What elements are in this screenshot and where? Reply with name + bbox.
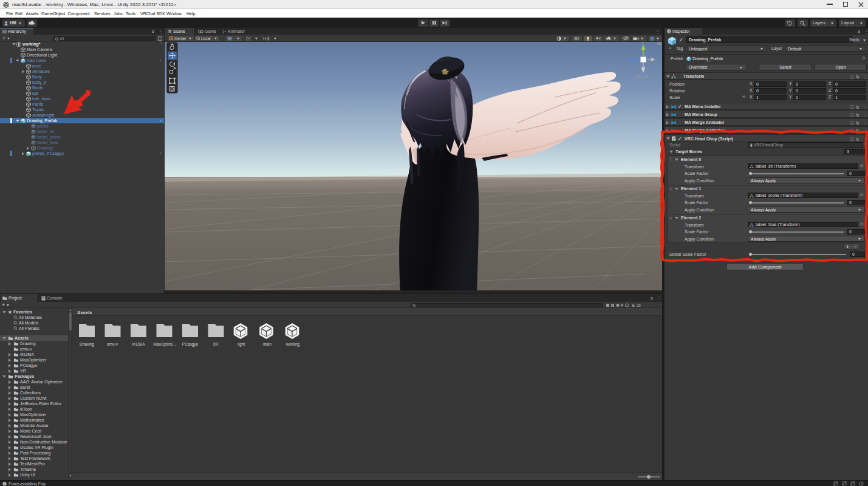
- svg-text:z: z: [627, 58, 630, 62]
- svg-text:☯ 26: ☯ 26: [632, 303, 641, 307]
- svg-text:⊲ Left: ⊲ Left: [636, 74, 649, 80]
